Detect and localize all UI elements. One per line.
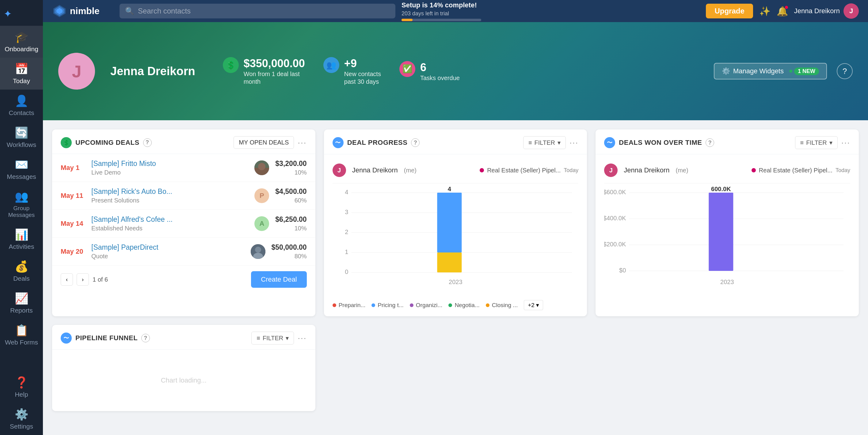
upcoming-deals-help-icon[interactable]: ? — [143, 138, 152, 147]
notifications-button[interactable]: 🔔 — [777, 6, 788, 17]
deal-progress-title: 〜 DEAL PROGRESS ? — [333, 137, 420, 148]
upgrade-button[interactable]: Upgrade — [706, 4, 753, 19]
deals-won-chart: $600.0K $400.0K $200.0K $0 600.0K 2023 — [604, 183, 850, 296]
sidebar-item-messages[interactable]: ✉️ Messages — [0, 153, 43, 185]
pipeline-funnel-widget: 〜 PIPELINE FUNNEL ? ≡ FILTER ▾ ··· Chart… — [52, 325, 315, 411]
deals-icon: 💰 — [15, 260, 29, 273]
hero-help-button[interactable]: ? — [837, 63, 853, 79]
deal-date: May 11 — [61, 192, 85, 200]
table-row: May 14 [Sample] Alfred's Cofee ... Estab… — [52, 210, 315, 238]
hero-stat-won: 💲 $350,000.00 Won from 1 deal last month — [223, 57, 305, 85]
pipeline-date: Today — [564, 167, 578, 174]
nimble-star-icon: ✦ — [4, 8, 12, 20]
chart-user-avatar: J — [604, 164, 618, 177]
svg-point-7 — [255, 246, 261, 253]
deal-name[interactable]: [Sample] Alfred's Cofee ... — [91, 215, 248, 224]
topbar-logo: nimble — [52, 4, 114, 19]
sidebar-item-deals[interactable]: 💰 Deals — [0, 255, 43, 287]
legend-label-negotiating: Negotia... — [455, 302, 479, 309]
pipeline-name: Real Estate (Seller) Pipel... — [487, 167, 561, 174]
upcoming-deals-more-button[interactable]: ··· — [298, 138, 307, 148]
pipeline-dot — [480, 168, 484, 172]
chart-legend: Preparin... Pricing t... Organizi... Neg… — [333, 296, 579, 310]
page-info: 1 of 6 — [93, 276, 108, 283]
legend-item: Organizi... — [410, 302, 442, 309]
pipeline-funnel-help-icon[interactable]: ? — [141, 334, 150, 342]
legend-item: Pricing t... — [371, 302, 403, 309]
deal-info: [Sample] Fritto Misto Live Demo — [91, 160, 248, 176]
open-deals-dropdown[interactable]: MY OPEN DEALS — [234, 136, 294, 149]
deal-progress-chart-area: J Jenna Dreikorn (me) Real Estate (Selle… — [324, 154, 587, 316]
search-bar[interactable]: 🔍 — [120, 4, 395, 19]
deal-name[interactable]: [Sample] Rick's Auto Bo... — [91, 187, 248, 196]
deal-stage: Present Solutions — [91, 197, 248, 204]
sidebar-item-onboarding[interactable]: 🎓 Onboarding — [0, 26, 43, 58]
sidebar-item-activities[interactable]: 📊 Activities — [0, 223, 43, 255]
svg-rect-31 — [709, 193, 734, 271]
create-deal-button[interactable]: Create Deal — [251, 271, 307, 288]
manage-widgets-icon: ⚙️ — [722, 67, 730, 75]
setup-subtitle: 203 days left in trial — [402, 10, 700, 17]
pipeline-funnel-title: 〜 PIPELINE FUNNEL ? — [61, 332, 150, 344]
pipeline-funnel-more-button[interactable]: ··· — [298, 333, 307, 343]
sidebar-item-workflows[interactable]: 🔄 Workflows — [0, 121, 43, 153]
user-avatar: J — [843, 3, 859, 19]
sparkle-button[interactable]: ✨ — [759, 6, 771, 17]
setup-progress-bar: Setup is 14% complete! 203 days left in … — [402, 1, 700, 21]
pipeline-funnel-filter-label: FILTER — [263, 335, 283, 342]
legend-label-preparing: Preparin... — [339, 302, 366, 309]
group-messages-icon: 👥 — [15, 190, 29, 203]
help-icon: ❓ — [15, 376, 29, 389]
deal-progress-help-icon[interactable]: ? — [411, 138, 420, 147]
sidebar-item-help[interactable]: ❓ Help — [0, 371, 43, 403]
setup-progress-track — [402, 19, 481, 21]
sidebar-item-group-messages[interactable]: 👥 Group Messages — [0, 185, 43, 223]
deals-won-header-right: ≡ FILTER ▾ ··· — [795, 136, 850, 149]
user-menu[interactable]: Jenna Dreikorn J — [794, 3, 859, 19]
hero-right-actions: ⚙️ Manage Widgets 1 NEW ? — [714, 63, 853, 80]
upcoming-deals-widget: 💲 UPCOMING DEALS ? MY OPEN DEALS ··· May… — [52, 129, 315, 316]
user-name-label: Jenna Dreikorn — [794, 7, 840, 15]
nimble-logo-icon — [52, 4, 67, 19]
prev-page-button[interactable]: ‹ — [61, 273, 73, 286]
sidebar-item-today[interactable]: 📅 Today — [0, 58, 43, 90]
pipeline-funnel-icon: 〜 — [61, 332, 72, 344]
stat-contacts-value: +9 — [344, 57, 381, 70]
deal-avatar — [251, 244, 266, 259]
sidebar-item-web-forms[interactable]: 📋 Web Forms — [0, 319, 43, 351]
pipeline-funnel-filter-button[interactable]: ≡ FILTER ▾ — [251, 331, 294, 345]
deal-name[interactable]: [Sample] Fritto Misto — [91, 160, 248, 168]
pipeline-funnel-placeholder: Chart loading... — [52, 350, 315, 411]
sidebar-item-reports[interactable]: 📈 Reports — [0, 287, 43, 319]
next-page-button[interactable]: › — [76, 273, 89, 286]
deal-name[interactable]: [Sample] PaperDirect — [91, 243, 245, 252]
chart-pipeline: Real Estate (Seller) Pipel... Today — [480, 167, 578, 174]
hero-stat-tasks-text: 6 Tasks overdue — [420, 61, 460, 82]
notification-dot — [785, 6, 788, 9]
svg-text:1: 1 — [345, 249, 348, 255]
tasks-stat-icon: ✅ — [399, 61, 415, 77]
legend-item: Closing ... — [486, 302, 518, 309]
search-input[interactable] — [138, 7, 390, 15]
chart-user-me: (me) — [404, 167, 416, 174]
stat-won-label: Won from 1 deal last — [244, 70, 305, 78]
deal-progress-filter-button[interactable]: ≡ FILTER ▾ — [523, 136, 566, 149]
deals-won-filter-button[interactable]: ≡ FILTER ▾ — [795, 136, 838, 149]
deal-date: May 20 — [61, 248, 85, 256]
deals-won-more-button[interactable]: ··· — [841, 138, 850, 148]
pipeline-name: Real Estate (Seller) Pipel... — [759, 167, 832, 174]
deal-progress-more-button[interactable]: ··· — [569, 138, 578, 148]
deal-progress-icon: 〜 — [333, 137, 344, 148]
deals-won-help-icon[interactable]: ? — [706, 138, 714, 147]
svg-text:$600.0K: $600.0K — [604, 188, 626, 195]
sidebar-item-contacts[interactable]: 👤 Contacts — [0, 90, 43, 121]
legend-more-button[interactable]: +2 ▾ — [524, 300, 543, 310]
legend-label-organizing: Organizi... — [416, 302, 442, 309]
sidebar-item-settings[interactable]: ⚙️ Settings — [0, 403, 43, 435]
sidebar-logo: ✦ — [0, 3, 43, 26]
svg-text:0: 0 — [345, 268, 348, 275]
today-icon: 📅 — [15, 63, 29, 76]
hero-stats: 💲 $350,000.00 Won from 1 deal last month… — [223, 57, 460, 85]
deals-won-title-text: DEALS WON OVER TIME — [619, 139, 702, 147]
manage-widgets-button[interactable]: ⚙️ Manage Widgets 1 NEW — [714, 63, 827, 80]
